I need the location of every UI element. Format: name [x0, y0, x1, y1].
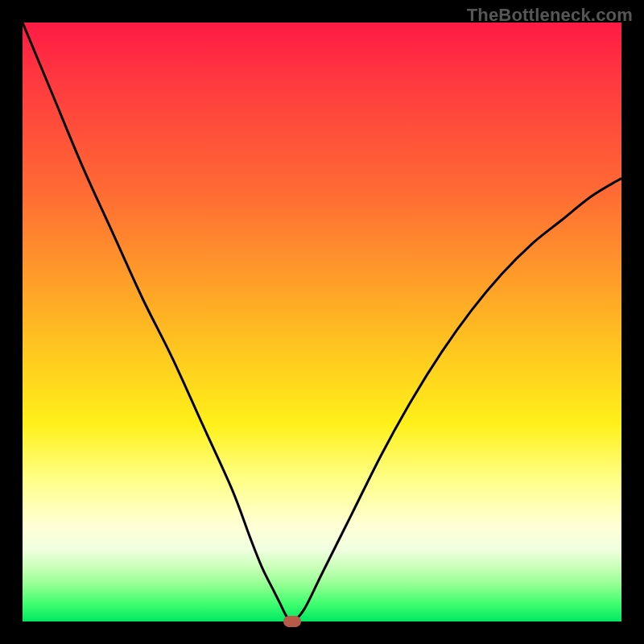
chart-frame: TheBottleneck.com — [0, 0, 644, 644]
bottleneck-curve-path — [23, 23, 621, 621]
curve-svg — [23, 23, 621, 621]
plot-area — [23, 23, 621, 621]
minimum-marker — [283, 616, 301, 627]
watermark-text: TheBottleneck.com — [467, 5, 633, 26]
